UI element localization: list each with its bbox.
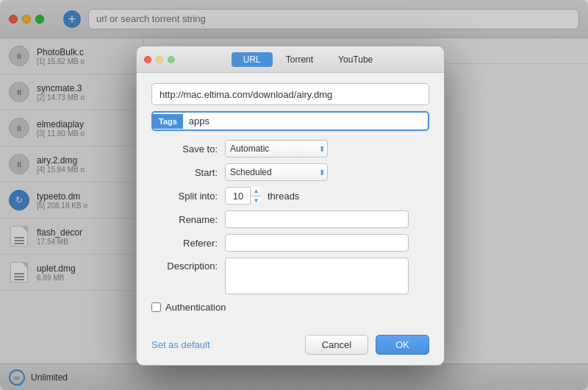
- start-wrapper: Scheduled: [225, 163, 328, 181]
- modal-tabs: URL Torrent YouTube: [232, 52, 385, 67]
- start-label: Start:: [151, 167, 218, 178]
- tags-pill-label: Tags: [153, 114, 183, 129]
- modal-body: Tags Save to: Automatic Start: Scheduled: [137, 73, 444, 329]
- save-to-select[interactable]: Automatic: [225, 140, 328, 157]
- split-input-wrapper: ▲ ▼: [225, 187, 262, 205]
- save-to-wrapper: Automatic: [225, 140, 328, 157]
- threads-stepper: ▲ ▼: [250, 187, 262, 205]
- save-to-label: Save to:: [151, 143, 218, 155]
- rename-input[interactable]: [225, 210, 409, 228]
- description-textarea[interactable]: [225, 258, 409, 294]
- rename-label: Rename:: [151, 214, 218, 225]
- description-row: Description:: [151, 258, 429, 294]
- tab-torrent[interactable]: Torrent: [274, 52, 325, 67]
- modal-minimize-button[interactable]: [156, 56, 163, 63]
- tags-row: Tags: [151, 111, 429, 131]
- save-to-row: Save to: Automatic: [151, 140, 429, 157]
- referer-row: Referer:: [151, 234, 429, 252]
- referer-label: Referer:: [151, 238, 218, 249]
- stepper-up-button[interactable]: ▲: [251, 187, 262, 196]
- modal-footer: Set as default Cancel OK: [137, 329, 444, 365]
- set-default-link[interactable]: Set as default: [151, 339, 210, 350]
- description-label: Description:: [151, 258, 218, 272]
- start-select[interactable]: Scheduled: [225, 163, 328, 181]
- rename-row: Rename:: [151, 210, 429, 228]
- split-row: Split into: ▲ ▼ threads: [151, 187, 429, 205]
- referer-input[interactable]: [225, 234, 409, 252]
- start-row: Start: Scheduled: [151, 163, 429, 181]
- url-input[interactable]: [151, 83, 429, 105]
- authentication-row: Authentication: [151, 302, 429, 313]
- tab-url[interactable]: URL: [232, 52, 273, 67]
- modal-maximize-button[interactable]: [168, 56, 175, 63]
- authentication-label: Authentication: [165, 302, 226, 313]
- cancel-button[interactable]: Cancel: [305, 335, 368, 355]
- tags-input[interactable]: [183, 113, 428, 130]
- split-label: Split into:: [151, 191, 218, 202]
- authentication-checkbox[interactable]: [151, 302, 161, 312]
- footer-buttons: Cancel OK: [305, 335, 429, 355]
- add-download-modal: URL Torrent YouTube Tags Save to: Automa…: [136, 46, 445, 366]
- tab-youtube[interactable]: YouTube: [326, 52, 384, 67]
- modal-titlebar: URL Torrent YouTube: [137, 46, 444, 73]
- stepper-down-button[interactable]: ▼: [251, 196, 262, 205]
- app-window: + ⏸ PhotoBulk.c [1] 15.82 MB o ⏸ syncm: [0, 0, 588, 390]
- split-unit: threads: [268, 191, 299, 202]
- ok-button[interactable]: OK: [376, 335, 429, 355]
- modal-close-button[interactable]: [144, 56, 151, 63]
